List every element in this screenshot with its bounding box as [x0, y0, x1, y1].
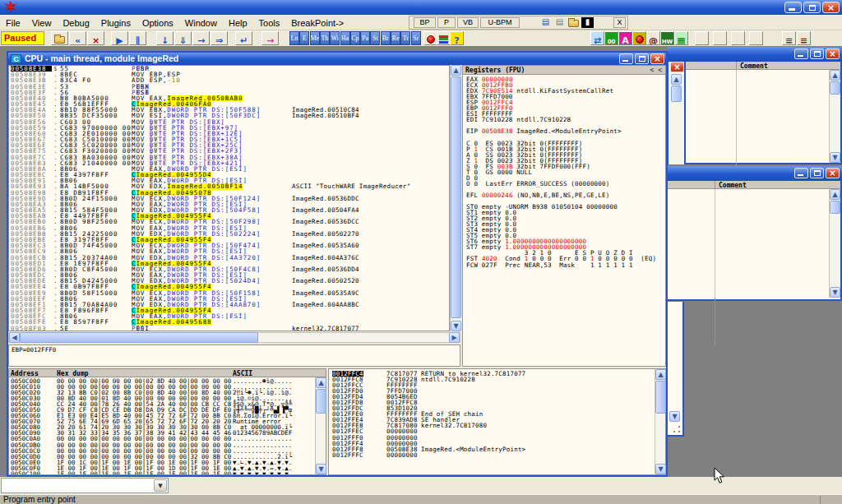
register-line[interactable]: EFL 00000246 (NO,NB,E,BE,NS,PE,GE,LE) [463, 192, 665, 198]
comment-column-header[interactable]: Comment [740, 62, 768, 71]
scroll-thumb[interactable] [316, 389, 326, 414]
open-folder-icon[interactable] [567, 17, 580, 28]
notes-gray-icon[interactable]: ▤ [553, 17, 566, 28]
dump-row[interactable]: 0050C1001F 00 1F 00|1F 00 1F 00|1F 00 1F… [9, 471, 326, 475]
menu-item-options[interactable]: Options [136, 16, 179, 30]
menu-button-u-bpm[interactable]: U-BPM [480, 17, 520, 28]
scroll-down-icon[interactable]: ▼ [316, 464, 326, 474]
scroll-up-icon[interactable]: ▲ [655, 369, 666, 380]
scroll-down-icon[interactable]: ▼ [830, 152, 840, 163]
scroll-down-icon[interactable]: ▼ [451, 321, 461, 331]
stack-row[interactable]: 0012FFD07FFD7000 [329, 388, 665, 394]
scroll-thumb[interactable] [655, 381, 666, 414]
register-line[interactable]: EDI 7C910228 ntdll.7C910228 [463, 117, 665, 123]
disassembly-scrollbar[interactable]: ▲ ▼ [450, 65, 460, 331]
disasm-row[interactable]: 00508E3B.83C4 F0ADD ESP,-10 [9, 77, 449, 83]
scroll-thumb[interactable] [671, 86, 682, 102]
hex-dump-pane[interactable]: Address Hex dump ASCII 0050C00000 00 00 … [8, 368, 326, 475]
pause-icon[interactable]: ∥ [129, 31, 146, 45]
register-line[interactable]: EIP 00508E38 ImageRed.<ModuleEntryPoint> [463, 128, 665, 134]
close-button[interactable]: × [826, 168, 840, 178]
blank-button[interactable] [749, 31, 763, 45]
menu-item-file[interactable]: File [0, 16, 26, 30]
register-line[interactable]: T 0 GS 0000 NULL [463, 169, 665, 175]
trace-over-icon[interactable]: ⇒ [210, 31, 228, 45]
cpu-button[interactable]: Cp [350, 31, 360, 45]
plugin-spiral-icon[interactable]: @ [646, 31, 660, 45]
plugin-memmap-icon[interactable]: ▦ [674, 31, 688, 45]
menu-item-plugins[interactable]: Plugins [95, 16, 136, 30]
dump-scrollbar[interactable]: ▲ ▼ [315, 377, 326, 474]
menu-button-bp[interactable]: BP [414, 17, 436, 28]
menu-item-debug[interactable]: Debug [57, 16, 95, 30]
step-over-icon[interactable]: ⇓ [174, 31, 192, 45]
menu-item-window[interactable]: Window [179, 16, 223, 30]
register-line[interactable]: O 0 LastErr ERROR_SUCCESS (00000000) [463, 181, 665, 187]
maximize-button[interactable] [635, 53, 649, 64]
memory-map-button[interactable]: Me [310, 31, 320, 45]
window-list-icon[interactable]: ≡ [782, 31, 796, 45]
appearance-icon[interactable] [437, 31, 451, 45]
stack-row[interactable]: 0012FFCCFFFFFFFF [329, 382, 665, 388]
blank-button[interactable] [695, 31, 709, 45]
menu-close-button[interactable]: X [613, 17, 626, 28]
restart-icon[interactable]: « [69, 31, 86, 45]
run-trace-button[interactable]: Tr [400, 31, 410, 45]
resize-grip[interactable] [672, 424, 682, 434]
open-file-icon[interactable] [51, 31, 68, 45]
stack-row[interactable]: 0012FFDC853D1020 [329, 405, 665, 411]
scroll-up-icon[interactable]: ▲ [830, 189, 840, 200]
scroll-thumb[interactable] [830, 201, 840, 214]
trace-into-icon[interactable]: → [192, 31, 210, 45]
scroll-thumb[interactable] [451, 76, 461, 318]
scroll-down-icon[interactable]: ▼ [830, 287, 840, 298]
maximize-button[interactable] [810, 49, 824, 59]
disasm-row[interactable]: 00508EFE.E8 8597F8FFCALL ImageRed.004956… [9, 319, 449, 325]
disasm-row[interactable]: 00508F03.5EPOP ESIkernel32.7C817077 [9, 326, 449, 331]
handles-button[interactable]: Ha [340, 31, 350, 45]
stack-row[interactable]: 0012FFD48054B6ED [329, 394, 665, 400]
scroll-up-icon[interactable]: ▲ [830, 70, 840, 81]
minimize-button[interactable] [794, 49, 808, 59]
blank-button[interactable] [713, 31, 727, 45]
stack-pane[interactable]: 0012FFC47C817077RETURN to kernel32.7C817… [328, 368, 666, 475]
stack-row[interactable]: 0012FFE87C817080kernel32.7C817080 [329, 423, 665, 428]
scroll-down-icon[interactable]: ▼ [655, 464, 666, 474]
disasm-row[interactable]: 00508E3E.53PUSH EBX [9, 84, 449, 90]
minimize-button[interactable] [794, 168, 808, 178]
plugin-zeros-icon[interactable]: 00 [604, 31, 618, 45]
plugin-assembler-icon[interactable]: A [618, 31, 632, 45]
references-button[interactable]: Re [391, 31, 400, 45]
menu-button-vb[interactable]: VB [457, 17, 479, 28]
disassembly-pane[interactable]: 00508E38$55PUSH EBP00508E39.8BECMOV EBP,… [8, 65, 450, 331]
plugin-swap-icon[interactable]: ⇄ [590, 31, 604, 45]
call-stack-button[interactable]: St [370, 31, 380, 45]
step-into-icon[interactable]: ↓ [156, 31, 173, 45]
stack-row[interactable]: 0012FFFC00000000 [329, 452, 665, 458]
stack-scrollbar[interactable]: ▲ ▼ [655, 369, 665, 474]
minimize-button[interactable] [619, 53, 633, 64]
close-button[interactable]: × [826, 49, 840, 59]
menu-item-view[interactable]: View [26, 16, 58, 30]
scrollbar[interactable]: ▲ ▼ [829, 70, 840, 163]
minimize-button[interactable] [784, 2, 802, 13]
maximize-button[interactable] [810, 168, 824, 178]
stack-row[interactable]: 0012FFC47C817077RETURN to kernel32.7C817… [329, 371, 665, 377]
breakpoint-list-icon[interactable]: ≡ [797, 31, 811, 45]
go-to-address-icon[interactable]: → [261, 31, 279, 45]
scroll-up-icon[interactable]: ▲ [671, 74, 682, 85]
patches-button[interactable]: Pa [360, 31, 370, 45]
menu-button-p[interactable]: P [437, 17, 456, 28]
source-button[interactable]: Sr [411, 31, 421, 45]
cpu-window-title-bar[interactable]: C CPU - main thread, module ImageRed × [8, 53, 666, 65]
dropdown-arrow-icon[interactable]: ▼ [154, 479, 167, 492]
scroll-up-icon[interactable]: ▲ [451, 65, 461, 76]
help-icon[interactable]: ? [450, 31, 464, 45]
side-window-1-title-bar[interactable]: × [668, 47, 842, 62]
console-icon[interactable]: ▮ [581, 17, 594, 28]
stack-row[interactable]: 0012FFEC00000000 [329, 428, 665, 434]
scroll-left-icon[interactable]: ◀ [9, 332, 20, 343]
scrollbar[interactable]: ▲ ▼ [829, 189, 840, 298]
scroll-up-icon[interactable]: ▲ [316, 377, 326, 388]
blank-button[interactable] [731, 31, 745, 45]
